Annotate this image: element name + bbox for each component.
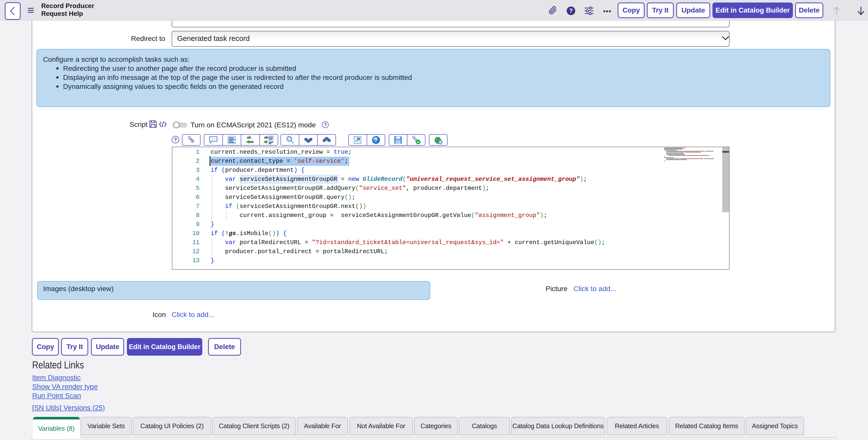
svg-text:ab: ab [264, 135, 268, 139]
svg-text:ac: ac [250, 140, 254, 144]
svg-text:?: ? [374, 137, 377, 143]
svg-text:ab: ab [247, 135, 251, 139]
